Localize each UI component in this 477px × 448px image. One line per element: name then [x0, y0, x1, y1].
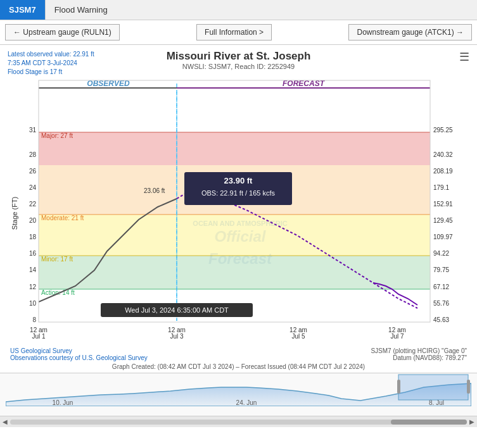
obs-courtesy-link[interactable]: Observations courtesy of U.S. Geological… — [10, 354, 148, 361]
y-right-240: 240.32 — [433, 151, 453, 158]
mini-chart: 10. Jun 24. Jun 8. Jul — [0, 373, 477, 416]
latest-value-line1: Latest observed value: 22.91 ft — [8, 50, 94, 59]
mini-chart-svg: 10. Jun 24. Jun 8. Jul — [6, 373, 471, 406]
chart-info-left: Latest observed value: 22.91 ft 7:35 AM … — [8, 50, 94, 77]
tab-sjsm7[interactable]: SJSM7 — [0, 0, 45, 20]
latest-value-line2: 7:35 AM CDT 3-Jul-2024 — [8, 59, 94, 68]
y-tick-8: 8 — [32, 316, 36, 323]
scroll-left-arrow[interactable]: ◀ — [3, 418, 8, 425]
y-left-axis-label: Stage (FT) — [11, 197, 18, 230]
mini-scrollbar: ◀ ▶ — [0, 416, 477, 427]
footer-created: Graph Created: (08:42 AM CDT Jul 3 2024)… — [5, 363, 472, 373]
tabs-bar: SJSM7 Flood Warning — [0, 0, 477, 20]
date-tooltip-text: Wed Jul 3, 2024 6:35:00 AM CDT — [125, 306, 229, 314]
mini-selection — [398, 375, 468, 400]
y-tick-20: 20 — [29, 217, 37, 224]
watermark-line2: Official — [215, 228, 267, 245]
mini-handle-left[interactable] — [397, 380, 400, 394]
scroll-thumb[interactable] — [391, 420, 467, 425]
y-right-129: 129.45 — [433, 217, 453, 224]
y-tick-18: 18 — [29, 233, 37, 240]
x-tick-jul3-date: Jul 3 — [170, 333, 184, 340]
full-information-button[interactable]: Full Information > — [196, 24, 272, 40]
y-tick-26: 26 — [29, 168, 37, 175]
y-right-109: 109.97 — [433, 233, 453, 240]
watermark-line1: OCEAN AND ATMOSPHERIC — [193, 220, 287, 227]
y-tick-10: 10 — [29, 300, 37, 307]
y-tick-16: 16 — [29, 250, 37, 257]
nav-row: ← Upstream gauge (RULN1) Full Informatio… — [0, 20, 477, 45]
chart-svg-wrapper: OBSERVED FORECAST Major: 27 ft Moderate:… — [5, 74, 472, 346]
y-right-295: 295.25 — [433, 127, 453, 134]
y-tick-28: 28 — [29, 151, 37, 158]
moderate-label: Moderate: 21 ft — [41, 215, 84, 221]
y-right-45: 45.63 — [433, 316, 449, 323]
y-right-94: 94.22 — [433, 250, 449, 257]
x-tick-jul5-date: Jul 5 — [291, 333, 305, 340]
x-tick-jul7-date: Jul 7 — [390, 333, 404, 340]
tooltip-obs-value: OBS: 22.91 ft / 165 kcfs — [201, 189, 276, 197]
scroll-track[interactable] — [10, 420, 467, 425]
footer-datum: Datum (NAVD88): 789.27" — [371, 354, 467, 361]
tooltip-top-value: 23.90 ft — [224, 176, 253, 185]
y-right-79: 79.75 — [433, 266, 449, 273]
mini-handle-right[interactable] — [467, 380, 470, 394]
footer-right: SJSM7 (plotting HCIRG) "Gage 0" Datum (N… — [371, 347, 467, 361]
mini-label-jun24: 24. Jun — [236, 399, 257, 406]
main-chart-svg: OBSERVED FORECAST Major: 27 ft Moderate:… — [6, 74, 471, 346]
scroll-right-arrow[interactable]: ▶ — [469, 418, 474, 425]
y-tick-14: 14 — [29, 266, 37, 273]
watermark-line3: Forecast — [208, 250, 272, 267]
mini-label-jun10: 10. Jun — [53, 399, 73, 406]
action-label: Action: 14 ft — [41, 289, 75, 296]
tab-flood-warning[interactable]: Flood Warning — [45, 0, 117, 20]
upstream-gauge-button[interactable]: ← Upstream gauge (RULN1) — [5, 24, 120, 40]
y-right-55: 55.76 — [433, 300, 449, 307]
annotation-2306: 23.06 ft — [144, 187, 165, 194]
chart-container: Latest observed value: 22.91 ft 7:35 AM … — [0, 45, 477, 373]
major-zone — [39, 132, 430, 165]
downstream-gauge-button[interactable]: Downstream gauge (ATCK1) → — [348, 24, 472, 40]
y-right-179: 179.1 — [433, 184, 449, 191]
usgs-link[interactable]: US Geological Survey — [10, 347, 148, 354]
y-tick-12: 12 — [29, 283, 37, 290]
menu-icon[interactable]: ☰ — [459, 50, 469, 64]
chart-footer: US Geological Survey Observations courte… — [5, 346, 472, 363]
mini-label-jul8: 8. Jul — [429, 399, 444, 406]
y-right-152: 152.91 — [433, 201, 453, 208]
y-tick-22: 22 — [29, 201, 37, 208]
y-tick-31: 31 — [29, 127, 37, 134]
y-tick-24: 24 — [29, 184, 37, 191]
major-label: Major: 27 ft — [41, 132, 73, 139]
footer-gage-info: SJSM7 (plotting HCIRG) "Gage 0" — [371, 347, 467, 354]
x-tick-jul1-date: Jul 1 — [32, 333, 46, 340]
y-right-208: 208.19 — [433, 168, 453, 175]
y-right-67: 67.12 — [433, 283, 449, 290]
footer-left: US Geological Survey Observations courte… — [10, 347, 148, 361]
minor-label: Minor: 17 ft — [41, 256, 73, 263]
